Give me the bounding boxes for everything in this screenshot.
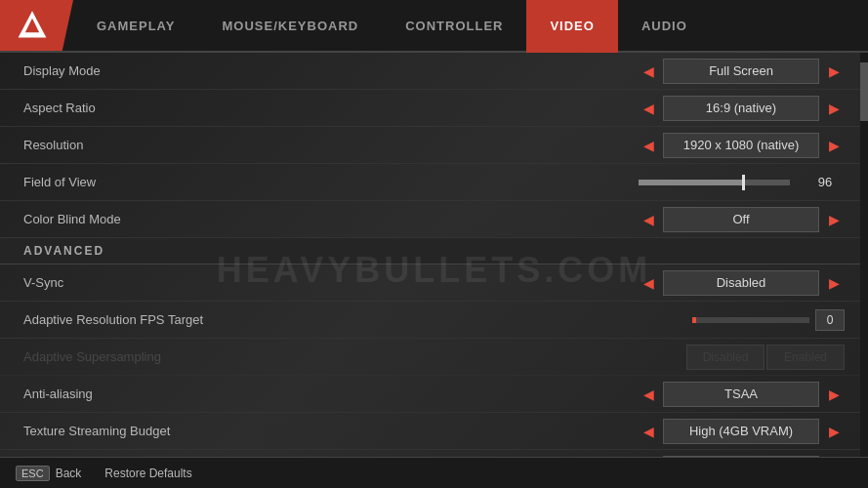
color-blind-value: Off (663, 207, 819, 232)
bottom-bar: ESC Back Restore Defaults (0, 457, 868, 488)
adaptive-res-slider[interactable] (692, 317, 809, 323)
nav-tabs: GAMEPLAY MOUSE/KEYBOARD CONTROLLER VIDEO… (73, 0, 868, 51)
adaptive-supersampling-label: Adaptive Supersampling (23, 349, 686, 364)
nav-bar: GAMEPLAY MOUSE/KEYBOARD CONTROLLER VIDEO… (0, 0, 868, 53)
vsync-prev[interactable]: ◀ (638, 270, 659, 296)
adaptive-supersampling-enabled: Enabled (766, 345, 845, 370)
aspect-ratio-control: ◀ 16:9 (native) ▶ (638, 96, 845, 121)
anti-aliasing-row: Anti-aliasing ◀ TSAA ▶ (0, 376, 860, 413)
texture-streaming-label: Texture Streaming Budget (23, 424, 638, 438)
restore-defaults-label: Restore Defaults (104, 467, 191, 480)
texture-streaming-control: ◀ High (4GB VRAM) ▶ (638, 419, 845, 444)
tab-gameplay[interactable]: GAMEPLAY (73, 0, 198, 51)
adaptive-res-row: Adaptive Resolution FPS Target 0 (0, 302, 860, 339)
vsync-label: V-Sync (23, 275, 638, 290)
resolution-label: Resolution (23, 138, 638, 152)
main-content: HEAVYBULLETS.COM Display Mode ◀ Full Scr… (0, 53, 868, 488)
svg-marker-2 (28, 12, 35, 19)
display-mode-prev[interactable]: ◀ (638, 59, 659, 84)
color-blind-next[interactable]: ▶ (823, 207, 845, 232)
apex-logo-icon (15, 8, 50, 43)
color-blind-control: ◀ Off ▶ (638, 207, 845, 232)
aspect-ratio-label: Aspect Ratio (23, 101, 638, 115)
anti-aliasing-value: TSAA (663, 382, 819, 407)
aspect-ratio-row: Aspect Ratio ◀ 16:9 (native) ▶ (0, 90, 860, 127)
texture-streaming-row: Texture Streaming Budget ◀ High (4GB VRA… (0, 413, 860, 450)
texture-streaming-next[interactable]: ▶ (823, 419, 845, 444)
aspect-ratio-value: 16:9 (native) (663, 96, 819, 121)
fov-slider-fill (639, 180, 745, 185)
adaptive-supersampling-row: Adaptive Supersampling Disabled Enabled (0, 339, 860, 376)
vsync-next[interactable]: ▶ (823, 270, 845, 296)
esc-key: ESC (16, 466, 50, 481)
fov-slider-track[interactable] (639, 180, 790, 185)
vsync-row: V-Sync ◀ Disabled ▶ (0, 264, 860, 302)
adaptive-res-control: 0 (692, 309, 845, 331)
texture-streaming-value: High (4GB VRAM) (663, 419, 819, 444)
adaptive-res-label: Adaptive Resolution FPS Target (23, 312, 692, 327)
adaptive-supersampling-control: Disabled Enabled (686, 345, 845, 370)
color-blind-row: Color Blind Mode ◀ Off ▶ (0, 201, 860, 238)
settings-panel[interactable]: Display Mode ◀ Full Screen ▶ Aspect Rati… (0, 53, 860, 488)
anti-aliasing-prev[interactable]: ◀ (638, 382, 659, 407)
scrollbar-thumb[interactable] (860, 62, 868, 121)
tab-video[interactable]: VIDEO (526, 0, 617, 51)
adaptive-res-value: 0 (815, 309, 845, 331)
aspect-ratio-prev[interactable]: ◀ (638, 96, 659, 121)
tab-controller[interactable]: CONTROLLER (382, 0, 526, 51)
restore-defaults-action[interactable]: Restore Defaults (104, 467, 191, 480)
vsync-value: Disabled (663, 270, 819, 296)
fov-slider-thumb (742, 175, 745, 190)
tab-audio[interactable]: AUDIO (618, 0, 711, 51)
display-mode-value: Full Screen (663, 59, 819, 84)
resolution-prev[interactable]: ◀ (638, 133, 659, 158)
display-mode-label: Display Mode (23, 63, 638, 78)
scrollbar-track[interactable] (860, 53, 868, 488)
resolution-row: Resolution ◀ 1920 x 1080 (native) ▶ (0, 127, 860, 164)
resolution-next[interactable]: ▶ (823, 133, 845, 158)
logo-area (0, 0, 73, 51)
resolution-value: 1920 x 1080 (native) (663, 133, 819, 158)
display-mode-row: Display Mode ◀ Full Screen ▶ (0, 53, 860, 90)
texture-streaming-prev[interactable]: ◀ (638, 419, 659, 444)
color-blind-label: Color Blind Mode (23, 212, 638, 226)
anti-aliasing-label: Anti-aliasing (23, 386, 638, 401)
resolution-control: ◀ 1920 x 1080 (native) ▶ (638, 133, 845, 158)
fov-label: Field of View (23, 175, 639, 189)
adaptive-supersampling-disabled: Disabled (686, 345, 765, 370)
anti-aliasing-next[interactable]: ▶ (823, 382, 845, 407)
tab-mouse-keyboard[interactable]: MOUSE/KEYBOARD (198, 0, 382, 51)
display-mode-next[interactable]: ▶ (823, 59, 845, 84)
back-action[interactable]: ESC Back (16, 466, 81, 481)
fov-row: Field of View 96 (0, 164, 860, 201)
advanced-section-header: ADVANCED (0, 238, 860, 264)
fov-value: 96 (806, 170, 845, 195)
display-mode-control: ◀ Full Screen ▶ (638, 59, 845, 84)
fov-control: 96 (639, 170, 845, 195)
anti-aliasing-control: ◀ TSAA ▶ (638, 382, 845, 407)
vsync-control: ◀ Disabled ▶ (638, 270, 845, 296)
adaptive-res-fill (692, 317, 696, 323)
color-blind-prev[interactable]: ◀ (638, 207, 659, 232)
aspect-ratio-next[interactable]: ▶ (823, 96, 845, 121)
back-label: Back (56, 467, 82, 480)
